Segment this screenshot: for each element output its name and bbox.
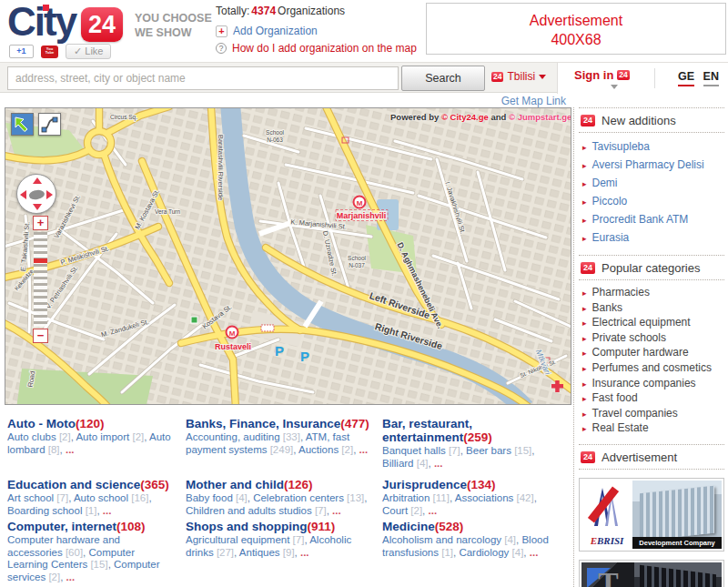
route-tool-button[interactable] (38, 113, 61, 136)
sidebar-link[interactable]: ▸Electrical equipment (582, 316, 724, 331)
lang-en-button[interactable]: EN (703, 70, 719, 86)
pan-left-arrow-icon[interactable] (20, 190, 26, 199)
category-link[interactable]: Antiques (239, 547, 280, 558)
category-title-link[interactable]: Banks, Finance, Insurance (186, 417, 340, 430)
school-label: N-037 (349, 262, 365, 268)
poi-green-marker[interactable] (191, 317, 197, 323)
category-items: Art school [7], Auto school [16], Boardi… (7, 492, 186, 517)
sidebar-link[interactable]: ▸Real Estate (582, 421, 724, 437)
arrow-bullet-icon: ▸ (582, 347, 587, 361)
category-link[interactable]: Auto import (76, 431, 129, 442)
page: City 24 +1 YouTube ✓ Like YOU CHOOSE WE … (0, 0, 728, 587)
street-label: Circus Sq. (110, 114, 137, 121)
category-title-link[interactable]: Bar, restaurant, entertainment (382, 417, 472, 444)
sidebar-link[interactable]: ▸Piccolo (582, 193, 724, 211)
sidebar-link[interactable]: ▸Eurasia (582, 229, 724, 248)
more-link[interactable]: ... (332, 505, 341, 516)
sidebar-link[interactable]: ▸Aversi Pharmacy Delisi (582, 157, 724, 175)
more-link[interactable]: ... (359, 444, 369, 455)
sidebar: 24 New additions ▸Tavisupleba▸Aversi Pha… (579, 107, 724, 587)
category-title-link[interactable]: Shops and shopping (186, 520, 308, 533)
category-link[interactable]: Cardiology (459, 547, 509, 558)
zoom-out-button[interactable]: − (33, 329, 48, 343)
category-link[interactable]: Billiard (382, 458, 414, 469)
search-input[interactable] (7, 66, 399, 90)
map[interactable]: Circus Sq. Varazishkevi St. M. Kostava S… (5, 107, 571, 405)
city-selector[interactable]: 24 Tbilisi (491, 70, 546, 83)
category-link[interactable]: Accounting, auditing (186, 431, 280, 442)
search-button[interactable]: Search (401, 66, 485, 91)
more-link[interactable]: ... (300, 547, 309, 558)
help-line[interactable]: ? How do I add organization on the map (216, 42, 417, 55)
sidebar-link[interactable]: ▸Procredit Bank ATM (582, 211, 724, 229)
category-link[interactable]: Court (382, 505, 408, 516)
sidebar-link[interactable]: ▸Fast food (582, 391, 724, 407)
category-link[interactable]: Arbitration (382, 492, 430, 503)
category-title-link[interactable]: Auto - Moto (7, 417, 76, 430)
sidebar-link[interactable]: ▸Insurance companies (582, 377, 724, 392)
arrow-bullet-icon: ▸ (582, 230, 587, 248)
like-button[interactable]: ✓ Like (66, 44, 111, 59)
sidebar-ad-tiflis[interactable]: T TIFLIS DEVELOPMENT TIFLIS ბიზნეს ცენტრ… (579, 560, 724, 587)
arrow-bullet-icon: ▸ (582, 422, 587, 437)
lang-ge-button[interactable]: GE (678, 70, 694, 86)
more-link[interactable]: ... (429, 505, 438, 516)
category-block: Shops and shopping(911) Agricultural equ… (186, 520, 382, 559)
category-title-link[interactable]: Education and science (7, 478, 140, 491)
category-link[interactable]: Agricultural equipment (186, 534, 289, 545)
zoom-in-button[interactable]: + (33, 216, 48, 230)
youtube-icon[interactable]: YouTube (41, 46, 58, 58)
city24-logo[interactable]: City 24 (7, 2, 123, 42)
zoom-slider-handle[interactable] (34, 258, 47, 263)
more-link[interactable]: ... (530, 547, 539, 558)
category-link[interactable]: Banquet halls (382, 445, 446, 456)
add-organization[interactable]: + Add Organization (216, 25, 417, 37)
category-title-link[interactable]: Mother and child (186, 478, 284, 491)
map-compass-control[interactable] (16, 174, 56, 214)
add-organization-link[interactable]: Add Organization (233, 25, 318, 37)
help-link[interactable]: How do I add organization on the map (232, 42, 417, 55)
pan-up-arrow-icon[interactable] (33, 177, 42, 184)
sidebar-link[interactable]: ▸Computer hardware (582, 346, 724, 361)
category-link[interactable]: Baby food (186, 492, 233, 503)
top-ad-placeholder[interactable]: Advertisement 400X68 (426, 3, 726, 55)
get-map-link[interactable]: Get Map Link (501, 95, 566, 107)
sign-in-button[interactable]: Sign in 24 (574, 68, 630, 82)
category-link[interactable]: Celebration centers (253, 492, 344, 503)
category-link[interactable]: Boarding school (7, 505, 82, 516)
category-title-link[interactable]: Computer, internet (7, 520, 116, 533)
category-link[interactable]: Auto clubs (7, 431, 56, 442)
googleplus-button[interactable]: +1 (9, 45, 34, 58)
zoom-slider[interactable] (34, 232, 47, 327)
city24-credit-link[interactable]: © City24.ge (441, 112, 489, 122)
category-link[interactable]: Auctions (298, 444, 339, 455)
category-count: [1] (439, 547, 453, 558)
green-arrow-icon (12, 114, 33, 135)
category-link[interactable]: Auto school (74, 492, 128, 503)
sidebar-link[interactable]: ▸Demi (582, 175, 724, 193)
more-link[interactable]: ... (103, 505, 112, 516)
category-title-link[interactable]: Jurisprudence (382, 478, 467, 491)
sidebar-ad-ebrisi[interactable]: EBRISI Development Company (579, 478, 724, 552)
more-link[interactable]: ... (66, 444, 75, 455)
category-link[interactable]: Alcoholism and narcology (382, 534, 501, 545)
more-link[interactable]: ... (66, 572, 76, 582)
sidebar-link[interactable]: ▸Tavisupleba (582, 138, 724, 157)
category-total: (108) (116, 520, 146, 533)
sidebar-link[interactable]: ▸Pharmacies (582, 286, 724, 301)
sidebar-link[interactable]: ▸Banks (582, 301, 724, 317)
sidebar-link[interactable]: ▸Travel companies (582, 407, 724, 422)
pan-right-arrow-icon[interactable] (46, 190, 53, 199)
pan-down-arrow-icon[interactable] (33, 204, 42, 210)
pan-mode-button[interactable] (11, 113, 34, 136)
category-link[interactable]: Children and adults studios (186, 505, 312, 516)
category-link[interactable]: Beer bars (466, 445, 511, 456)
category-link[interactable]: Associations (455, 492, 514, 503)
category-link[interactable]: Art school (7, 492, 54, 503)
sidebar-link[interactable]: ▸Perfumes and cosmetics (582, 361, 724, 377)
section-header: 24 Advertisement (579, 445, 724, 470)
more-link[interactable]: ... (434, 458, 443, 469)
category-title-link[interactable]: Medicine (382, 520, 435, 533)
sidebar-link[interactable]: ▸Private schools (582, 331, 724, 347)
jumpstart-credit-link[interactable]: © Jumpstart.ge (509, 112, 571, 122)
